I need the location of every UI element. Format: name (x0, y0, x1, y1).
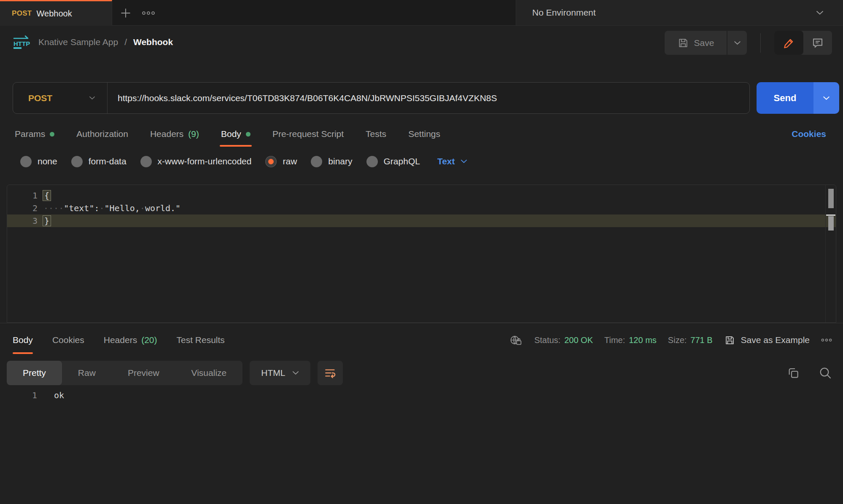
globe-lock-icon[interactable] (509, 334, 523, 346)
size-value: 771 B (690, 335, 712, 345)
active-line-marker (828, 216, 834, 231)
divider (760, 33, 761, 53)
response-body-line[interactable]: 1 ok (7, 389, 64, 402)
view-preview[interactable]: Preview (112, 361, 175, 385)
comment-icon (811, 37, 824, 49)
time-value: 120 ms (629, 335, 657, 345)
view-visualize[interactable]: Visualize (175, 361, 243, 385)
tab-bar: POST Webhook No Environment (0, 0, 843, 26)
size-label: Size: (668, 335, 687, 345)
save-button[interactable]: Save (665, 31, 727, 55)
request-mode-toggle (774, 31, 832, 55)
cookies-link[interactable]: Cookies (792, 129, 826, 139)
response-options-button[interactable] (821, 338, 832, 342)
mode-raw[interactable]: raw (265, 156, 297, 167)
breadcrumb: HTTP Knative Sample App / Webhook (13, 35, 173, 49)
tab-label: Headers (104, 335, 137, 345)
response-meta: Status: 200 OK Time: 120 ms Size: 771 B … (509, 334, 832, 346)
response-tab-test-results[interactable]: Test Results (177, 323, 225, 357)
save-options-button[interactable] (727, 31, 747, 55)
radio-icon (366, 156, 378, 167)
mode-label: binary (328, 156, 352, 166)
mode-x-www-form-urlencoded[interactable]: x-www-form-urlencoded (140, 156, 252, 167)
response-tab-headers[interactable]: Headers (20) (104, 323, 157, 357)
response-toolbar-right (786, 366, 832, 380)
comments-button[interactable] (803, 31, 832, 55)
code-line-active[interactable]: 3 } (7, 214, 836, 227)
breadcrumb-collection[interactable]: Knative Sample App (38, 37, 118, 47)
tab-label: Body (13, 335, 33, 345)
code-line[interactable]: 1 { (7, 189, 836, 202)
mode-graphql[interactable]: GraphQL (366, 156, 420, 167)
tab-label: Params (15, 129, 45, 139)
line-number: 1 (7, 390, 37, 400)
wrap-text-button[interactable] (318, 361, 343, 385)
copy-button[interactable] (786, 366, 800, 380)
response-tab-cookies[interactable]: Cookies (52, 323, 84, 357)
cursor-position-marker (826, 214, 835, 216)
mode-label: form-data (89, 156, 127, 166)
mode-binary[interactable]: binary (311, 156, 352, 167)
line-number: 2 (7, 203, 38, 213)
code-text: { (43, 190, 51, 201)
mode-form-data[interactable]: form-data (71, 156, 127, 167)
tab-body[interactable]: Body (221, 121, 250, 147)
response-tab-body[interactable]: Body (13, 323, 33, 357)
tab-options-button[interactable] (140, 5, 157, 21)
search-button[interactable] (819, 366, 832, 380)
tab-params[interactable]: Params (15, 121, 54, 147)
tab-settings[interactable]: Settings (408, 121, 440, 147)
mode-none[interactable]: none (20, 156, 57, 167)
method-select[interactable]: POST (13, 83, 108, 113)
format-value: HTML (261, 368, 285, 378)
response-format-select[interactable]: HTML (250, 361, 310, 385)
chevron-down-icon (461, 159, 467, 164)
tab-headers[interactable]: Headers (9) (150, 121, 199, 147)
code-text: ····"text":·"Hello,·world." (43, 203, 180, 213)
send-button[interactable]: Send (757, 82, 813, 114)
search-icon (819, 366, 832, 380)
view-raw[interactable]: Raw (62, 361, 112, 385)
view-switcher: Pretty Raw Preview Visualize (7, 361, 242, 385)
request-tab[interactable]: POST Webhook (0, 0, 112, 26)
radio-icon (311, 156, 322, 167)
mode-label: raw (283, 156, 297, 166)
floppy-disk-icon (724, 335, 735, 346)
radio-icon (71, 156, 83, 167)
request-body-editor[interactable]: 1 { 2 ····"text":·"Hello,·world." 3 } (7, 185, 836, 323)
save-as-example-button[interactable]: Save as Example (724, 335, 810, 346)
tab-count: (20) (141, 335, 157, 345)
edit-request-button[interactable] (774, 31, 803, 55)
radio-icon (140, 156, 152, 167)
header-actions: Save (665, 31, 832, 55)
tab-tests[interactable]: Tests (366, 121, 386, 147)
send-options-button[interactable] (813, 82, 839, 114)
tab-label: Pre-request Script (272, 129, 344, 139)
raw-language-select[interactable]: Text (437, 156, 467, 166)
postman-app: POST Webhook No Environment HTTP (0, 0, 843, 504)
status-label: Status: (534, 335, 560, 345)
response-text: ok (54, 390, 64, 400)
tab-authorization[interactable]: Authorization (76, 121, 128, 147)
tab-label: Body (221, 129, 241, 139)
tab-label: Headers (150, 129, 183, 139)
copy-icon (786, 366, 800, 380)
view-pretty[interactable]: Pretty (7, 361, 62, 385)
wrap-text-icon (323, 366, 337, 380)
request-url-bar: POST https://hooks.slack.com/services/T0… (13, 82, 750, 114)
more-horizontal-icon (142, 11, 155, 16)
request-tabs: Params Authorization Headers (9) Body Pr… (15, 121, 826, 147)
code-line[interactable]: 2 ····"text":·"Hello,·world." (7, 202, 836, 214)
breadcrumb-separator: / (124, 37, 127, 47)
new-tab-button[interactable] (117, 5, 134, 21)
mode-label: GraphQL (384, 156, 420, 166)
tab-label: Settings (408, 129, 440, 139)
environment-selector[interactable]: No Environment (516, 0, 843, 25)
tab-pre-request-script[interactable]: Pre-request Script (272, 121, 344, 147)
scrollbar-thumb[interactable] (828, 189, 834, 208)
tab-title: Webhook (37, 9, 72, 19)
url-input[interactable]: https://hooks.slack.com/services/T06TD83… (108, 93, 749, 103)
code-text: } (43, 215, 51, 226)
line-number: 3 (7, 216, 38, 226)
tab-method-label: POST (12, 9, 32, 18)
